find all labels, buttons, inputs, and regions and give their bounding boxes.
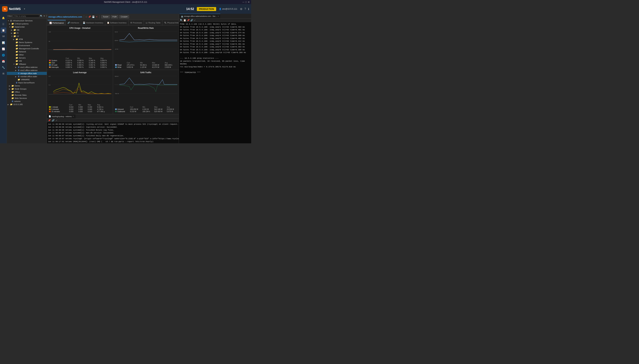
tree-item-servers[interactable]: 📁 Servers	[7, 56, 47, 60]
cpu-chart-svg: 100 50 13:53 14:01 14:10 14:18 14:26 14:…	[48, 30, 111, 56]
nav-icons[interactable]: ⚙ ? ℹ	[240, 8, 249, 11]
terminal-tab-label: storage.office.radensolutions.com - Ser.…	[184, 15, 217, 17]
tree-item-network[interactable]: 📁 Network	[7, 50, 47, 53]
svg-text:500 M: 500 M	[115, 76, 118, 77]
tree-item-ip[interactable]: ▶ 📁 10.5.5.165	[7, 103, 47, 106]
tree-item-fi[interactable]: ▶ 📁 FI	[7, 32, 47, 35]
terminal-content: PING 10.5.4.100 (10.5.4.100) 56(84) byte…	[179, 22, 251, 143]
tree-item-demo[interactable]: ▶ 📁 Demo	[7, 84, 47, 87]
tree-item-critical[interactable]: ▶ 📁 Critical systems	[7, 22, 47, 25]
tools-button[interactable]: Tools▾	[101, 15, 110, 18]
tree-item-office[interactable]: 📁 Office	[7, 90, 47, 94]
tree-item-mgmt[interactable]: 📁 Management Controlle	[7, 47, 47, 50]
interfaces-icon: 🔗	[67, 22, 70, 24]
tab-interfaces[interactable]: 🔗 Interfaces	[66, 20, 81, 25]
tree-item-webservices[interactable]: 📁 Web Services	[7, 97, 47, 100]
tree-item-esx2[interactable]: ▶ 🖥 esx2.office.radenso	[7, 69, 47, 72]
tree-item-rackserver[interactable]: 🖥 Rack-ServerRoom	[7, 81, 47, 84]
terminal-copy-icon[interactable]: 📋	[183, 19, 186, 22]
sidebar-btn-alerts[interactable]: 🔔	[1, 15, 6, 21]
log-expand-icon[interactable]: ⤢	[56, 119, 58, 122]
toolbar-separator	[84, 15, 84, 18]
sidebar-btn-tools[interactable]: 🛠	[1, 71, 6, 76]
sidebar-btn-config[interactable]: 🔧	[1, 65, 6, 70]
right-tab-terminal[interactable]: 💻 storage.office.radensolutions.com - Se…	[180, 14, 220, 18]
create-button[interactable]: Create▾	[119, 15, 129, 18]
sidebar-btn-charts[interactable]: 📊	[1, 40, 6, 46]
content-area: storage.office.radensolutions.com □ 📌 💾 …	[47, 14, 179, 143]
tree-item-other[interactable]: 📁 Other	[7, 53, 47, 56]
log-pin-icon[interactable]: 📌	[48, 119, 51, 122]
minimize-button[interactable]: ─	[243, 1, 244, 4]
help-icon[interactable]: ?	[245, 8, 246, 11]
load-chart-title: Load Average	[48, 71, 111, 74]
save-icon[interactable]: 💾	[92, 16, 95, 18]
tree-item-vcenter[interactable]: ▶ 🖥 vcenter.office.rader	[7, 75, 47, 78]
bottom-tab-syslog[interactable]: 📄 /var/log/syslog - netxms ✕	[47, 114, 76, 118]
sidebar-btn-globe[interactable]: 🌐	[1, 52, 6, 58]
tree-item-vmware[interactable]: ▼ 📁 VMware	[7, 62, 47, 66]
tree-item-nodegroups[interactable]: ▶ 📁 Node Groups	[7, 87, 47, 90]
nav-user: 👤 zev@10.5.5.111	[219, 8, 237, 10]
expand-infrastructure[interactable]: ▼	[8, 20, 10, 22]
tree-item-de[interactable]: ▶ 📁 DE	[7, 28, 47, 32]
tree-item-atm[interactable]: ▶ 📁 ATM	[7, 38, 47, 41]
tree-item-remotesites[interactable]: 📁 Remote Sites	[7, 94, 47, 97]
filter-input[interactable]	[13, 14, 39, 18]
tab-processes[interactable]: ⚙ Processes	[128, 20, 144, 25]
window-icon[interactable]: □	[86, 16, 87, 18]
nav-dropdown-icon[interactable]: ▼	[24, 8, 26, 10]
tree-item-vm[interactable]: 📁 VM	[7, 60, 47, 62]
maximize-button[interactable]: □	[245, 1, 247, 4]
terminal-pin-icon[interactable]: 📌	[187, 19, 189, 22]
syslog-tab-close[interactable]: ✕	[72, 116, 74, 117]
tree-item-environment[interactable]: 📁 Environment	[7, 44, 47, 47]
tab-processes-label: Processes	[133, 22, 142, 24]
tree-item-netxms[interactable]: 🖥 netxms	[7, 100, 47, 103]
sidebar-btn-map[interactable]: 🗺	[1, 34, 6, 39]
readwrite-chart-title: Read/Write Rate	[114, 27, 177, 29]
software-icon: 📋	[107, 22, 109, 24]
tab-software[interactable]: 📋 Software Inventory	[105, 20, 128, 25]
tree-item-infrastructure[interactable]: ▼ 🖧 Infrastructure Services	[7, 19, 47, 22]
tab-routing[interactable]: 🗂 Routing Table	[144, 20, 162, 25]
content-tabs: 📈 Performance 🔗 Interfaces 💾 Hardware In…	[47, 20, 179, 26]
poll-button[interactable]: Poll▾	[111, 15, 118, 18]
tree-item-datacenter[interactable]: ▼ 📁 DataCenter	[7, 25, 47, 28]
log-link-icon[interactable]: 🔗	[52, 119, 55, 122]
san-chart-svg: 500 M -500 M 11:06 11:40 12:13 12:46 13:…	[114, 74, 177, 106]
charts-area: CPU Usage - Detailed 100 50	[47, 26, 179, 114]
terminal-expand-icon[interactable]: ⤢	[194, 19, 196, 22]
sidebar-btn-tree[interactable]: 📋	[1, 28, 6, 33]
right-panel-tabs: 💻 storage.office.radensolutions.com - Se…	[179, 14, 251, 18]
tab-physical[interactable]: 🔌 Physical links	[162, 20, 179, 25]
sidebar-btn-reports[interactable]: 📈	[1, 46, 6, 52]
filter-icon[interactable]: 🔍	[40, 15, 43, 17]
icon-sidebar: 🔔 ☰ 📋 🗺 📊 📈 🌐 📅 🔧 🛠	[0, 14, 7, 143]
sidebar-btn-network[interactable]: ☰	[1, 21, 6, 27]
tree-item-esx1[interactable]: ▶ 🖥 esx1.office.radenso	[7, 66, 47, 69]
bottom-panel-tabs: 📄 /var/log/syslog - netxms ✕	[47, 114, 179, 119]
close-button[interactable]: ✕	[248, 1, 250, 4]
titlebar: NetXMS Management Client - zev@10.5.5.11…	[0, 0, 251, 4]
window-controls[interactable]: ─ □ ✕	[243, 1, 250, 4]
settings-icon[interactable]: ⚙	[240, 8, 242, 11]
tree-filter-bar: Filter: 🔍 ▼ ✕	[7, 14, 47, 18]
tree-item-storage[interactable]: 🖥 storage.office.rade	[7, 72, 47, 75]
tree-item-demosystems[interactable]: 📁 Demo Systems	[7, 41, 47, 44]
tab-hardware-label: Hardware Inventory	[86, 22, 103, 24]
tree-item-vmware2[interactable]: 📁 VMWARE	[7, 78, 47, 81]
toolbar-separator-2	[99, 15, 100, 18]
tab-hardware[interactable]: 💾 Hardware Inventory	[81, 20, 105, 25]
tab-performance[interactable]: 📈 Performance	[48, 20, 66, 25]
tree-item-lv[interactable]: ▼ 📁 LV	[7, 35, 47, 38]
terminal-tab-close[interactable]: ✕	[218, 15, 219, 17]
physical-icon: 🔌	[164, 22, 166, 24]
terminal-link-icon[interactable]: 🔗	[190, 19, 193, 22]
terminal-search-icon[interactable]: 🔍	[180, 19, 183, 22]
sidebar-btn-events[interactable]: 📅	[1, 58, 6, 64]
pin-icon[interactable]: 📌	[88, 16, 91, 18]
funnel-icon[interactable]: ▼	[43, 15, 45, 17]
close-content-icon[interactable]: ✕	[96, 16, 98, 18]
info-icon[interactable]: ℹ	[248, 8, 249, 11]
